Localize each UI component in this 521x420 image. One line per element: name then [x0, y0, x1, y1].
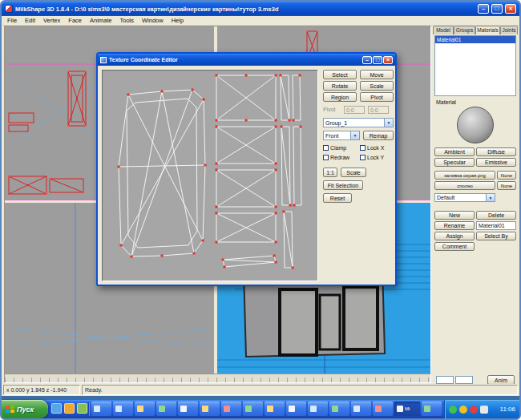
frame-timeline[interactable] [4, 374, 431, 383]
quick-launch-icon-2[interactable] [64, 403, 75, 414]
menu-item-face[interactable]: Face [64, 17, 86, 24]
cursor-coordinates: x 0.000 y 1.845 z -1.940 [3, 385, 80, 395]
alphamap-none-button[interactable]: None [497, 181, 516, 190]
taskbar-item[interactable] [351, 402, 371, 416]
taskbar-item[interactable] [156, 402, 176, 416]
uv-select-button[interactable]: Select [323, 70, 357, 79]
tab-materials[interactable]: Materials [475, 26, 500, 34]
taskbar-item[interactable] [286, 402, 306, 416]
tab-groups[interactable]: Groups [454, 26, 475, 34]
lock-y-checkbox[interactable]: Lock Y [360, 155, 384, 160]
taskbar-clock[interactable]: 11:06 [500, 406, 515, 413]
uv-scale-tool-button[interactable]: Scale [360, 81, 394, 91]
taskbar-item[interactable] [178, 402, 198, 416]
app-icon [5, 5, 13, 13]
tray-icon-3[interactable] [470, 406, 478, 414]
taskbar-item[interactable] [91, 402, 111, 416]
new-material-button[interactable]: New [434, 211, 475, 220]
dialog-close-button[interactable]: × [383, 56, 393, 64]
taskbar-item[interactable] [135, 402, 155, 416]
dialog-minimize-button[interactable]: – [362, 56, 372, 64]
scale-button[interactable]: Scale [341, 168, 366, 177]
rename-material-button[interactable]: Rename [434, 221, 475, 230]
taskbar-item[interactable] [243, 402, 263, 416]
taskbar-item[interactable] [329, 402, 349, 416]
menu-item-animate[interactable]: Animate [86, 17, 116, 24]
current-frame-input[interactable] [436, 376, 454, 384]
remap-button[interactable]: Remap [363, 131, 394, 140]
sidebar-tabs: Model Groups Materials Joints [433, 26, 518, 34]
view-combo[interactable]: Front ▼ [323, 131, 360, 140]
specular-button[interactable]: Specular [434, 158, 475, 167]
emissive-button[interactable]: Emissive [476, 158, 516, 167]
fit-selection-button[interactable]: Fit Selection [323, 180, 363, 190]
uv-rotate-button[interactable]: Rotate [323, 81, 357, 91]
redraw-label: Redraw [330, 155, 349, 160]
taskbar-item-milkshape[interactable]: Mi [394, 402, 420, 416]
menu-item-window[interactable]: Window [138, 17, 168, 24]
close-button[interactable]: × [505, 4, 516, 14]
menu-item-help[interactable]: Help [168, 17, 188, 24]
tray-icon-1[interactable] [449, 406, 457, 414]
dialog-controls: Select Move Rotate Scale Region Pivot Pi… [323, 70, 395, 281]
taskbar-item[interactable] [373, 402, 393, 416]
quick-launch-icon-1[interactable] [51, 403, 62, 414]
screen: MilkShape 3D 1.8.4 - D:\0 sims3\0 мастер… [0, 0, 521, 420]
total-frames-input[interactable] [455, 376, 473, 384]
uv-pivot-button[interactable]: Pivot [360, 92, 394, 102]
maximize-button[interactable]: □ [491, 4, 503, 14]
texture-none-button[interactable]: None [497, 171, 516, 180]
start-button[interactable]: Пуск [2, 400, 48, 418]
sphere-map-combo[interactable]: Default ▼ [434, 193, 495, 202]
chevron-down-icon[interactable]: ▼ [350, 131, 359, 139]
menubar: File Edit Vertex Face Animate Tools Wind… [2, 16, 519, 26]
pivot-x-field: 0.0 [344, 106, 365, 114]
taskbar-item[interactable] [422, 402, 442, 416]
tray-icon-2[interactable] [459, 406, 467, 414]
uv-region-button[interactable]: Region [323, 92, 357, 102]
clamp-label: Clamp [330, 145, 346, 151]
redraw-checkbox[interactable]: Redraw [323, 155, 349, 160]
one-to-one-button[interactable]: 1:1 [323, 168, 337, 177]
materials-list-item-selected[interactable]: Material01 [435, 36, 515, 43]
alphamap-button[interactable]: сполно [434, 181, 495, 190]
reset-button[interactable]: Reset [323, 193, 352, 203]
texture-button[interactable]: заливка серая.png [434, 171, 495, 180]
tab-joints[interactable]: Joints [500, 26, 518, 34]
uv-wireframe [103, 71, 317, 281]
uv-canvas[interactable] [102, 70, 318, 281]
ambient-button[interactable]: Ambient [434, 147, 475, 156]
window-titlebar[interactable]: MilkShape 3D 1.8.4 - D:\0 sims3\0 мастер… [2, 2, 519, 16]
menu-item-edit[interactable]: Edit [21, 17, 39, 24]
tray-icon-4[interactable] [480, 406, 488, 414]
taskbar-item[interactable] [221, 402, 241, 416]
diffuse-button[interactable]: Diffuse [476, 147, 516, 156]
taskbar-item[interactable] [308, 402, 328, 416]
dialog-titlebar[interactable]: Texture Coordinate Editor – □ × [98, 54, 395, 66]
quick-launch-icon-3[interactable] [77, 403, 87, 414]
menu-item-vertex[interactable]: Vertex [39, 17, 64, 24]
menu-item-file[interactable]: File [3, 17, 21, 24]
lock-x-checkbox[interactable]: Lock X [360, 145, 384, 151]
comment-button[interactable]: Comment [434, 242, 475, 251]
chevron-down-icon[interactable]: ▼ [384, 119, 393, 127]
taskbar-item[interactable] [113, 402, 133, 416]
uv-move-button[interactable]: Move [360, 70, 394, 79]
delete-material-button[interactable]: Delete [476, 211, 516, 220]
dialog-title: Texture Coordinate Editor [109, 57, 178, 63]
taskbar-item[interactable] [265, 402, 285, 416]
tab-model[interactable]: Model [433, 26, 454, 34]
minimize-button[interactable]: – [478, 4, 489, 14]
group-combo[interactable]: Group_1 ▼ [323, 118, 394, 127]
select-by-button[interactable]: Select By [476, 232, 516, 240]
assign-button[interactable]: Assign [434, 232, 475, 240]
material-name-field[interactable]: Material01 [476, 221, 516, 230]
dialog-maximize-button[interactable]: □ [373, 56, 382, 64]
taskbar-divider [88, 402, 89, 416]
checkbox-box [323, 145, 329, 151]
materials-list[interactable]: Material01 [434, 35, 516, 96]
clamp-checkbox[interactable]: Clamp [323, 145, 346, 151]
taskbar-item[interactable] [200, 402, 220, 416]
menu-item-tools[interactable]: Tools [116, 17, 139, 24]
chevron-down-icon[interactable]: ▼ [486, 194, 495, 201]
